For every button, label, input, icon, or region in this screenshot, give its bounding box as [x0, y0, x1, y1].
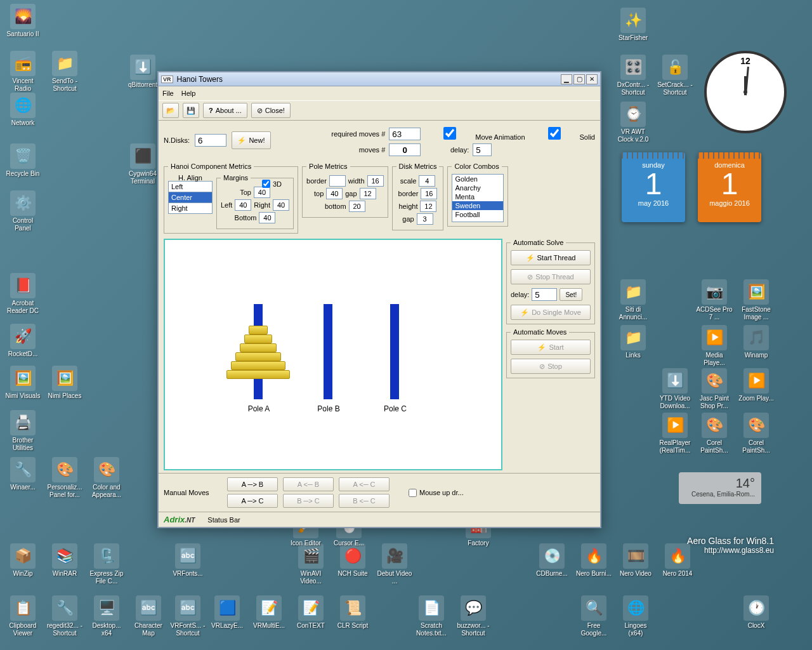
moveanim-checkbox[interactable]: Move Animation: [424, 127, 525, 141]
disk-scale-input[interactable]: [419, 175, 435, 187]
automoves-stop-button[interactable]: Stop: [511, 359, 591, 374]
pole-width-input[interactable]: [367, 175, 384, 187]
desktop-icon[interactable]: 🌐Lingoes (x64): [617, 595, 655, 637]
desktop-icon[interactable]: 🎨Corel PaintSh...: [737, 413, 775, 454]
hanoi-canvas[interactable]: Pole A Pole B Pole C: [164, 239, 502, 470]
color-listbox[interactable]: Golden Anarchy Menta Sweden Football: [452, 174, 504, 222]
new-button[interactable]: New!: [232, 131, 271, 149]
disk-1[interactable]: [249, 326, 268, 335]
desktop-icon[interactable]: 📚WinRAR: [46, 543, 84, 578]
desktop-icon[interactable]: 🔴NCH Suite: [334, 543, 372, 578]
close-button[interactable]: ✕: [586, 74, 598, 84]
solid-checkbox[interactable]: Solid: [529, 127, 595, 141]
move-a-to-c-button[interactable]: A ─> C: [227, 494, 278, 508]
margin-bottom-input[interactable]: [259, 212, 275, 223]
minimize-button[interactable]: ▁: [561, 74, 572, 84]
disk-4[interactable]: [235, 352, 281, 361]
disk-height-input[interactable]: [420, 201, 436, 212]
desktop-icon[interactable]: 🎵Winamp: [737, 325, 775, 359]
auto-delay-input[interactable]: [532, 288, 557, 301]
desktop-icon[interactable]: ⌚VR AWT Clock v.2.0: [614, 102, 652, 143]
desktop-icon[interactable]: 📄Scratch Notes.txt...: [412, 595, 450, 637]
clock-gadget[interactable]: [704, 51, 787, 133]
desktop-icon[interactable]: 🔤VRFontS... - Shortcut: [169, 595, 207, 637]
move-a-to-b-button[interactable]: A ─> B: [227, 477, 278, 491]
desktop-icon[interactable]: ⬇️YTD Video Downloa...: [656, 368, 694, 410]
desktop-icon[interactable]: ▶️Zoom Play...: [737, 368, 775, 402]
disk-border-input[interactable]: [421, 188, 437, 199]
move-c-to-a-button[interactable]: A <─ C: [339, 477, 390, 491]
margin-left-input[interactable]: [235, 199, 251, 211]
desktop-icon[interactable]: 📜CLR Script: [334, 595, 372, 630]
desktop-icon[interactable]: 📕Acrobat Reader DC: [4, 273, 42, 315]
desktop-icon[interactable]: 🎨Personaliz... Panel for...: [46, 457, 84, 499]
color-option[interactable]: Sweden: [452, 201, 503, 210]
color-option[interactable]: Football: [452, 210, 503, 219]
save-button[interactable]: [183, 103, 199, 118]
disk-5[interactable]: [231, 361, 285, 370]
disk-6[interactable]: [226, 370, 290, 379]
set-delay-button[interactable]: Set!: [560, 288, 582, 301]
mouseup-checkbox[interactable]: Mouse up dr...: [409, 489, 464, 497]
desktop-icon[interactable]: 🕐ClocX: [737, 595, 775, 630]
desktop-icon[interactable]: ▶️Media Playe...: [695, 325, 733, 367]
desktop-icon[interactable]: ⬇️qBittorrent: [124, 55, 162, 89]
reqmoves-field[interactable]: [389, 128, 421, 140]
desktop-icon[interactable]: 🔓SetCrack... - Shortcut: [656, 55, 694, 96]
pole-c[interactable]: [390, 304, 399, 399]
desktop-icon[interactable]: 📻Vincent Radio: [4, 51, 42, 93]
halign-left[interactable]: Left: [168, 181, 213, 192]
desktop-icon[interactable]: 📁Siti di Annunci...: [614, 279, 652, 321]
pole-gap-input[interactable]: [360, 188, 376, 199]
desktop-icon[interactable]: ⬛Cygwin64 Terminal: [124, 143, 162, 185]
desktop-icon[interactable]: 🎨Corel PaintSh...: [695, 413, 733, 454]
desktop-icon[interactable]: 🎨Color and Appeara...: [88, 457, 126, 499]
calendar-gadget-en[interactable]: sunday 1 may 2016: [622, 152, 685, 222]
desktop-icon[interactable]: 🗑️Recycle Bin: [4, 143, 42, 178]
desktop-icon[interactable]: 📁Links: [614, 325, 652, 359]
disk-gap-input[interactable]: [417, 213, 433, 225]
ndisks-input[interactable]: [195, 134, 226, 147]
delay-input[interactable]: [473, 143, 492, 156]
moves-field[interactable]: [389, 143, 421, 156]
desktop-icon[interactable]: 🔥Nero Burni...: [575, 543, 613, 578]
halign-right[interactable]: Right: [168, 202, 213, 214]
pole-b[interactable]: [324, 304, 332, 399]
desktop-icon[interactable]: 🌄Santuario II: [4, 4, 42, 38]
desktop-icon[interactable]: 📋Clipboard Viewer: [4, 595, 42, 637]
desktop-icon[interactable]: 🖼️Nimi Visuals: [4, 366, 42, 400]
desktop-icon[interactable]: 🎨Jasc Paint Shop Pr...: [695, 368, 733, 410]
desktop-icon[interactable]: 🔤Character Map: [129, 595, 167, 637]
move-b-to-a-button[interactable]: A <─ B: [283, 477, 334, 491]
automoves-start-button[interactable]: Start: [511, 340, 591, 355]
desktop-icon[interactable]: 🎥Debut Video ...: [376, 543, 414, 585]
threed-checkbox[interactable]: 3D: [262, 180, 282, 188]
desktop-icon[interactable]: 🗜️Express Zip File C...: [88, 543, 126, 585]
close-app-button[interactable]: Close!: [251, 103, 291, 118]
move-c-to-b-button[interactable]: B <─ C: [339, 494, 390, 508]
stop-thread-button[interactable]: Stop Thread: [511, 269, 591, 284]
pole-top-input[interactable]: [326, 188, 343, 199]
desktop-icon[interactable]: 🎛️DxContr... - Shortcut: [614, 55, 652, 96]
color-option[interactable]: Golden: [452, 175, 503, 183]
menu-file[interactable]: File: [162, 90, 174, 97]
titlebar[interactable]: VR Hanoi Towers ▁ ▢ ✕: [159, 72, 600, 86]
desktop-icon[interactable]: ✨StarFisher: [614, 8, 652, 42]
move-b-to-c-button[interactable]: B ─> C: [283, 494, 334, 508]
desktop-icon[interactable]: 🎬WinAVI Video...: [292, 543, 330, 585]
desktop-icon[interactable]: 🔤VRFonts...: [169, 543, 207, 578]
desktop-icon[interactable]: ⚙️Control Panel: [4, 190, 42, 232]
desktop-icon[interactable]: 🟦VRLazyE...: [208, 595, 246, 630]
desktop-icon[interactable]: ▶️RealPlayer (RealTim...: [656, 413, 694, 454]
start-thread-button[interactable]: Start Thread: [511, 250, 591, 265]
color-option[interactable]: Anarchy: [452, 183, 503, 192]
desktop-icon[interactable]: 📝ConTEXT: [292, 595, 330, 630]
desktop-icon[interactable]: 🔧Winaer...: [4, 457, 42, 491]
single-move-button[interactable]: Do Single Move: [511, 305, 591, 320]
desktop-icon[interactable]: 📝VRMultiE...: [250, 595, 288, 630]
desktop-icon[interactable]: 🚀RocketD...: [4, 324, 42, 358]
desktop-icon[interactable]: 🎞️Nero Video: [617, 543, 655, 578]
maximize-button[interactable]: ▢: [573, 74, 585, 84]
pole-border-input[interactable]: [329, 175, 346, 187]
disk-2[interactable]: [244, 335, 272, 343]
